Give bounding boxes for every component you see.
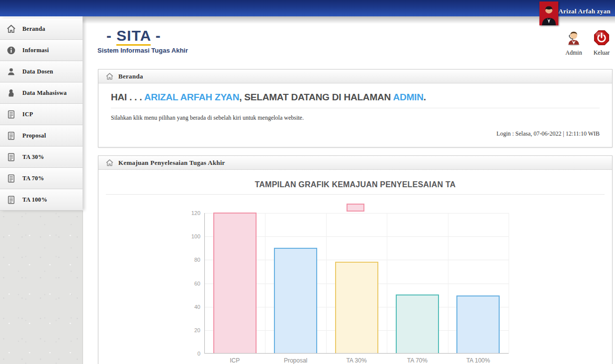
- home-icon: [105, 159, 114, 167]
- beranda-panel-body: HAI . . . ARIZAL ARFAH ZYAN, SELAMAT DAT…: [98, 83, 612, 138]
- x-axis-line: [204, 353, 509, 354]
- y-axis-tick-label: 80: [177, 257, 200, 263]
- sidebar-item-data-mahasiswa[interactable]: Data Mahasiswa: [0, 82, 83, 104]
- instruction-note: Silahkan klik menu pilihan yang berada d…: [111, 114, 600, 122]
- sidebar-item-data-dosen[interactable]: Data Dosen: [0, 61, 83, 82]
- sidebar-item-ta-30[interactable]: TA 30%: [0, 146, 83, 168]
- y-axis-tick-label: 100: [177, 233, 200, 239]
- student-icon: [6, 88, 16, 98]
- x-axis-tick-label: TA 70%: [390, 357, 444, 364]
- app-logo: - SITA - Sistem Informasi Tugas Akhir: [97, 27, 188, 54]
- document-icon: [6, 131, 16, 141]
- x-axis-tick-label: ICP: [207, 357, 262, 364]
- welcome-role-highlight: ADMIN: [393, 92, 423, 102]
- info-icon: [6, 46, 16, 55]
- welcome-username-highlight: ARIZAL ARFAH ZYAN: [144, 92, 239, 102]
- document-icon: [6, 195, 16, 205]
- power-icon: [594, 29, 610, 46]
- y-axis-tick-label: 20: [177, 327, 200, 333]
- top-navbar: [0, 0, 615, 16]
- sidebar-item-label: Informasi: [22, 47, 49, 54]
- sidebar-item-icp[interactable]: ICP: [0, 104, 83, 125]
- chart-title: TAMPILAN GRAFIK KEMAJUAN PENYELESAIAN TA: [98, 180, 612, 189]
- sidebar-item-proposal[interactable]: Proposal: [0, 125, 83, 146]
- y-axis-tick-label: 40: [177, 304, 200, 310]
- divider: [111, 108, 600, 108]
- y-axis-tick-label: 0: [177, 351, 200, 357]
- gridline: [509, 213, 509, 354]
- y-axis-line: [204, 213, 205, 354]
- sidebar-item-beranda[interactable]: Beranda: [0, 18, 83, 40]
- y-axis-tick-label: 120: [177, 210, 200, 216]
- app-logo-subtitle: Sistem Informasi Tugas Akhir: [97, 47, 188, 54]
- document-icon: [6, 152, 16, 162]
- document-icon: [6, 174, 16, 183]
- x-axis-tick-label: TA 30%: [329, 357, 384, 364]
- sidebar-item-ta-100[interactable]: TA 100%: [0, 189, 83, 211]
- admin-button[interactable]: Admin: [562, 29, 585, 57]
- x-axis-tick-label: Proposal: [268, 357, 323, 364]
- sidebar-item-label: TA 30%: [22, 153, 44, 161]
- chart-panel: Kemajuan Penyelesaian Tugas Akhir TAMPIL…: [98, 155, 613, 364]
- welcome-heading: HAI . . . ARIZAL ARFAH ZYAN, SELAMAT DAT…: [111, 92, 600, 103]
- sidebar-menu: BerandaInformasiData DosenData Mahasiswa…: [0, 18, 83, 211]
- sidebar-item-label: Beranda: [22, 25, 45, 33]
- beranda-panel: Beranda HAI . . . ARIZAL ARFAH ZYAN, SEL…: [98, 69, 613, 147]
- gridline: [265, 213, 265, 354]
- logout-button[interactable]: Keluar: [590, 29, 613, 57]
- gridline: [387, 213, 387, 354]
- header-top-fade: [83, 16, 615, 24]
- gridline: [326, 213, 327, 354]
- logo-underline: SITA: [116, 27, 151, 46]
- home-icon: [105, 73, 114, 80]
- sidebar-item-label: ICP: [22, 111, 33, 118]
- logged-in-username: Arizal Arfah zyan: [558, 7, 611, 15]
- document-icon: [6, 110, 16, 119]
- sidebar-item-label: Data Dosen: [22, 68, 53, 75]
- sidebar-background-texture: [0, 211, 83, 364]
- divider: [106, 194, 605, 195]
- y-axis-tick-label: 60: [177, 281, 200, 287]
- chart-bar-ta-70: [396, 294, 439, 353]
- chart-bar-ta-30: [335, 262, 378, 353]
- chart-bar-proposal: [274, 248, 317, 353]
- chart-panel-title: Kemajuan Penyelesaian Tugas Akhir: [118, 159, 225, 167]
- profile-photo[interactable]: [539, 1, 558, 25]
- gridline: [448, 213, 448, 354]
- sidebar-item-label: Data Mahasiswa: [22, 89, 67, 97]
- chart-bar-ta-100: [456, 295, 500, 353]
- login-timestamp: Login : Selasa, 07-06-2022 | 12:11:10 WI…: [111, 130, 600, 138]
- user-icon: [6, 67, 16, 76]
- beranda-panel-header: Beranda: [98, 70, 612, 83]
- chart-panel-header: Kemajuan Penyelesaian Tugas Akhir: [98, 156, 612, 170]
- chart-legend-swatch[interactable]: [347, 204, 364, 212]
- beranda-panel-title: Beranda: [118, 73, 143, 80]
- sidebar-item-label: TA 70%: [22, 175, 44, 182]
- chart-bar-icp: [213, 213, 257, 353]
- chart-canvas: 020406080100120ICPProposalTA 30%TA 70%TA…: [204, 213, 509, 354]
- x-axis-tick-label: TA 100%: [451, 357, 506, 364]
- app-logo-title: - SITA -: [106, 27, 188, 44]
- home-icon: [6, 24, 16, 34]
- sidebar-item-informasi[interactable]: Informasi: [0, 40, 83, 61]
- sidebar-item-ta-70[interactable]: TA 70%: [0, 168, 83, 189]
- sidebar-item-label: TA 100%: [22, 196, 47, 204]
- admin-button-label: Admin: [562, 49, 585, 57]
- profile-photo-image: [539, 1, 558, 25]
- sidebar-item-label: Proposal: [22, 132, 46, 140]
- admin-icon: [566, 29, 582, 46]
- logout-button-label: Keluar: [590, 49, 613, 57]
